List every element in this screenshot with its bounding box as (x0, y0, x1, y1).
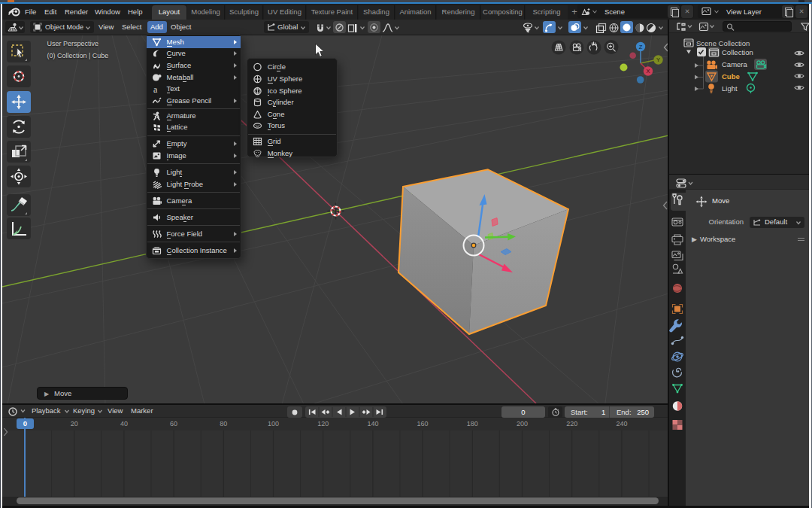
svg-text:Light: Light (722, 84, 738, 93)
svg-text:Collection: Collection (722, 48, 753, 56)
svg-text:Z: Z (639, 44, 643, 50)
svg-text:Camera: Camera (722, 60, 748, 68)
svg-text:Y: Y (656, 56, 660, 63)
svg-text:Scene Collection: Scene Collection (696, 39, 750, 47)
svg-text:a: a (153, 84, 158, 93)
svg-text:Cube: Cube (722, 72, 740, 81)
svg-text:X: X (646, 68, 650, 75)
